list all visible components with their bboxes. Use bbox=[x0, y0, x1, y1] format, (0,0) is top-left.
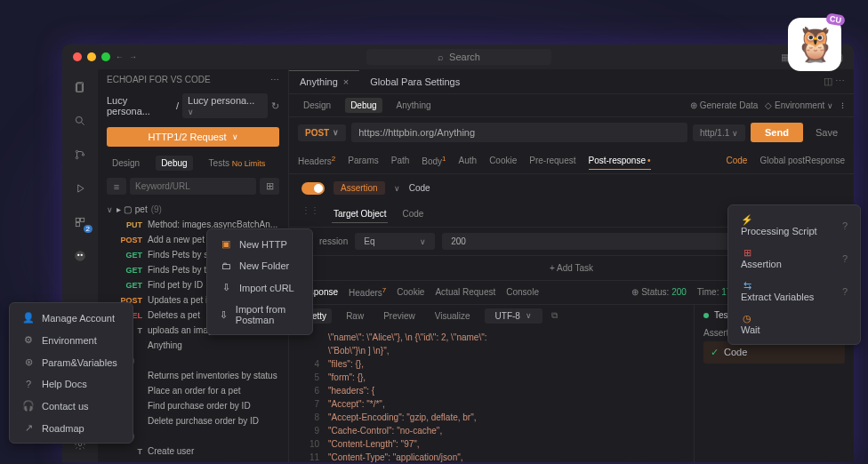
tree-row[interactable]: TCreates list of users with given i... bbox=[98, 459, 288, 462]
filter-icon[interactable]: ⊞ bbox=[260, 178, 279, 195]
global-postresponse-link[interactable]: Global postResponse bbox=[760, 156, 845, 165]
extensions-icon[interactable]: 2 bbox=[71, 213, 89, 231]
menu-manage-account[interactable]: 👤Manage Account bbox=[10, 307, 133, 329]
reqtab-prerequest[interactable]: Pre-request bbox=[529, 152, 575, 169]
status-indicator: ⊕ Status: 200 bbox=[631, 287, 686, 297]
drag-handle-icon[interactable]: ⋮⋮ bbox=[301, 205, 319, 223]
resptab-cookie[interactable]: Cookie bbox=[397, 287, 424, 297]
code-label: Code bbox=[409, 183, 430, 193]
encoding-select[interactable]: UTF-8∨ bbox=[485, 308, 542, 324]
more-icon[interactable]: ⫶ bbox=[840, 100, 845, 110]
operator-select[interactable]: Eq∨ bbox=[355, 233, 435, 250]
reqtab-params[interactable]: Params bbox=[348, 152, 378, 169]
reqtab-path[interactable]: Path bbox=[391, 152, 410, 169]
crumb-2: Lucy persona... bbox=[188, 95, 254, 106]
context-menu: ▣New HTTP 🗀New Folder ⇩Import cURL ⇩Impo… bbox=[206, 228, 313, 335]
svg-point-9 bbox=[75, 251, 85, 261]
menu-contact-us[interactable]: 🎧Contact us bbox=[10, 395, 133, 417]
svg-rect-8 bbox=[76, 223, 79, 227]
tab-tests[interactable]: Tests No Limits bbox=[204, 156, 271, 171]
menu-environment[interactable]: ⚙Environment bbox=[10, 329, 133, 351]
echoapi-icon[interactable] bbox=[71, 247, 89, 265]
svg-point-5 bbox=[82, 154, 84, 156]
resptab-headers[interactable]: Headers7 bbox=[349, 286, 386, 298]
menu-help-docs[interactable]: ?Help Docs bbox=[10, 373, 133, 395]
tab-global-settings[interactable]: Global Para Settings bbox=[359, 71, 470, 92]
sidebar-more-icon[interactable]: ⋯ bbox=[270, 75, 279, 84]
subtab-anything[interactable]: Anything bbox=[391, 98, 437, 113]
reqtab-headers[interactable]: Headers2 bbox=[298, 151, 335, 170]
menu-processing-script[interactable]: ⚡ Processing Script? bbox=[728, 209, 860, 242]
menu-assertion[interactable]: ⊞ Assertion? bbox=[728, 242, 860, 275]
search-icon[interactable] bbox=[71, 112, 89, 130]
reqtab-cookie[interactable]: Cookie bbox=[489, 152, 517, 169]
new-request-button[interactable]: HTTP1/2 Request∨ bbox=[107, 127, 279, 147]
maximize-window-icon[interactable] bbox=[101, 52, 110, 61]
tab-target-object[interactable]: Target Object bbox=[332, 205, 388, 223]
resptab-console[interactable]: Console bbox=[506, 287, 539, 297]
environment-button[interactable]: ◇ Environment ∨ bbox=[765, 100, 833, 110]
sidebar-search-input[interactable] bbox=[130, 178, 256, 195]
tab-anything[interactable]: Anything× bbox=[289, 70, 359, 92]
svg-point-4 bbox=[76, 156, 77, 158]
menu-new-http[interactable]: ▣New HTTP bbox=[207, 233, 312, 255]
subtab-design[interactable]: Design bbox=[298, 98, 336, 113]
minimize-window-icon[interactable] bbox=[87, 52, 96, 61]
http-version-selector[interactable]: http/1.1 ∨ bbox=[693, 124, 745, 141]
nav-back-icon[interactable]: ← bbox=[116, 52, 124, 61]
check-icon: ✓ bbox=[711, 347, 719, 358]
generate-data-button[interactable]: ⊕ Generate Data bbox=[690, 100, 758, 110]
method-selector[interactable]: POST∨ bbox=[298, 124, 346, 141]
reqtab-auth[interactable]: Auth bbox=[459, 152, 478, 169]
subtab-debug[interactable]: Debug bbox=[345, 98, 382, 113]
scm-icon[interactable] bbox=[71, 146, 89, 164]
reqtab-body[interactable]: Body1 bbox=[422, 151, 446, 170]
svg-rect-6 bbox=[76, 218, 79, 221]
breadcrumb[interactable]: Lucy persona... / Lucy persona... ∨ ↻ bbox=[98, 90, 288, 122]
menu-new-folder[interactable]: 🗀New Folder bbox=[207, 255, 312, 276]
debug-icon[interactable] bbox=[71, 180, 89, 197]
status-dot-icon bbox=[703, 313, 709, 318]
close-icon[interactable]: × bbox=[343, 76, 349, 87]
sidebar-title: ECHOAPI FOR VS CODE bbox=[107, 75, 211, 84]
menu-import-curl[interactable]: ⇩Import cURL bbox=[207, 276, 312, 299]
tab-debug[interactable]: Debug bbox=[156, 156, 192, 171]
menu-param-variables[interactable]: ⊛Param&Variables bbox=[10, 351, 133, 373]
split-icon[interactable]: ◫ ⋯ bbox=[815, 76, 854, 87]
svg-point-2 bbox=[76, 116, 82, 123]
close-window-icon[interactable] bbox=[73, 52, 82, 61]
menu-wait[interactable]: ◷ Wait bbox=[728, 308, 860, 340]
search-placeholder: Search bbox=[449, 52, 480, 62]
reqtab-postresponse[interactable]: Post-response bbox=[589, 152, 651, 170]
explorer-icon[interactable] bbox=[71, 78, 89, 96]
settings-menu: 👤Manage Account ⚙Environment ⊛Param&Vari… bbox=[9, 302, 133, 444]
menu-import-postman[interactable]: ⇩Import from Postman bbox=[207, 299, 312, 331]
view-raw[interactable]: Raw bbox=[341, 308, 369, 324]
svg-point-3 bbox=[76, 150, 77, 152]
search-icon: ⌕ bbox=[438, 52, 444, 62]
assertion-toggle[interactable] bbox=[301, 182, 325, 195]
url-input[interactable]: https://httpbin.org/Anything bbox=[351, 123, 687, 142]
code-link[interactable]: Code bbox=[726, 156, 747, 165]
response-body: \"name\": \"Alice\"}, \n {\"id\": 2, \"n… bbox=[289, 327, 694, 462]
copy-icon[interactable]: ⧉ bbox=[551, 310, 558, 321]
resptab-actual[interactable]: Actual Request bbox=[435, 287, 495, 297]
nav-forward-icon[interactable]: → bbox=[129, 52, 137, 61]
window-controls bbox=[73, 52, 110, 61]
app-logo: 🦉 CU bbox=[788, 18, 841, 71]
save-button[interactable]: Save bbox=[808, 123, 845, 142]
svg-point-11 bbox=[81, 254, 83, 256]
tab-design[interactable]: Design bbox=[107, 156, 145, 171]
tree-row[interactable]: TCreate user bbox=[98, 444, 288, 459]
command-search[interactable]: ⌕Search bbox=[142, 49, 776, 65]
tab-code[interactable]: Code bbox=[400, 205, 425, 223]
search-menu-icon[interactable]: ≡ bbox=[107, 178, 126, 195]
view-visualize[interactable]: Visualize bbox=[430, 308, 476, 324]
folder-pet[interactable]: ∨▸ ▢pet(9) bbox=[98, 202, 288, 217]
menu-roadmap[interactable]: ↗Roadmap bbox=[10, 417, 133, 439]
menu-extract-variables[interactable]: ⇆ Extract Variables? bbox=[728, 275, 860, 308]
titlebar: ← → ⌕Search ▦ ▭ ◫ ▢ bbox=[62, 44, 854, 69]
send-button[interactable]: Send bbox=[751, 123, 803, 142]
view-preview[interactable]: Preview bbox=[378, 308, 421, 324]
refresh-icon[interactable]: ↻ bbox=[271, 100, 279, 112]
